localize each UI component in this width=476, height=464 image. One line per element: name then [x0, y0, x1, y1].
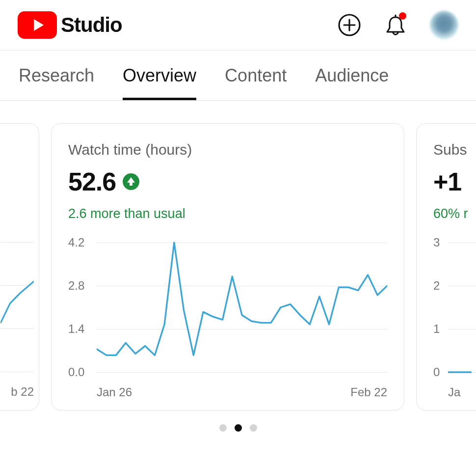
subs-chart: 3 2 1 0: [433, 235, 476, 382]
y-tick: 2: [433, 279, 440, 293]
trend-up-icon: [123, 173, 139, 190]
x-label-start: Ja: [448, 385, 460, 399]
tab-bar: Research Overview Content Audience: [0, 51, 476, 101]
logo[interactable]: Studio: [18, 11, 122, 39]
tab-audience[interactable]: Audience: [315, 65, 389, 100]
carousel-pagination: [0, 424, 476, 432]
y-tick: 3: [433, 236, 440, 249]
pagination-dot[interactable]: [235, 424, 242, 432]
y-tick: 0: [433, 365, 440, 379]
x-label-end: b 22: [11, 385, 34, 399]
tab-research[interactable]: Research: [19, 65, 94, 100]
sliver-chart-left: [0, 235, 34, 382]
create-button[interactable]: [338, 13, 361, 37]
pagination-dot[interactable]: [250, 424, 257, 432]
y-tick: 1.4: [68, 322, 84, 336]
logo-text: Studio: [61, 13, 122, 37]
card-watch-time[interactable]: Watch time (hours) 52.6 2.6 more than us…: [51, 123, 404, 410]
x-label-end: Feb 22: [350, 385, 387, 399]
app-header: Studio: [0, 0, 476, 50]
pagination-dot[interactable]: [219, 424, 227, 432]
plus-circle-icon: [338, 13, 361, 37]
header-actions: [338, 11, 458, 39]
y-tick: 2.8: [68, 279, 84, 293]
card-value: +1: [433, 167, 461, 196]
card-value: 52.6: [68, 167, 116, 196]
x-axis-labels: Jan 26 Feb 22: [68, 385, 387, 399]
tab-overview[interactable]: Overview: [123, 65, 196, 100]
card-subtitle: 60% r: [433, 206, 476, 221]
tab-content[interactable]: Content: [225, 65, 287, 100]
notifications-button[interactable]: [384, 13, 407, 37]
watch-time-chart: 4.2 2.8 1.4 0.0: [68, 235, 387, 382]
card-title: Watch time (hours): [68, 141, 387, 158]
card-subscribers-sliver[interactable]: Subs +1 60% r 3 2 1 0 Ja: [416, 123, 476, 410]
y-tick: 4.2: [68, 236, 84, 249]
card-previous-sliver[interactable]: b 22: [0, 123, 39, 410]
card-value-row: 52.6: [68, 167, 387, 196]
y-tick: 1: [433, 322, 440, 336]
notification-dot-icon: [399, 12, 406, 20]
cards-carousel[interactable]: b 22 Watch time (hours) 52.6 2.6 more th…: [0, 101, 476, 410]
line-chart-svg: [97, 235, 387, 382]
youtube-play-icon: [18, 11, 57, 39]
avatar[interactable]: [430, 11, 458, 39]
card-title: Subs: [433, 141, 476, 158]
x-label-start: Jan 26: [97, 385, 132, 399]
card-subtitle: 2.6 more than usual: [68, 206, 387, 221]
y-tick: 0.0: [68, 365, 84, 379]
